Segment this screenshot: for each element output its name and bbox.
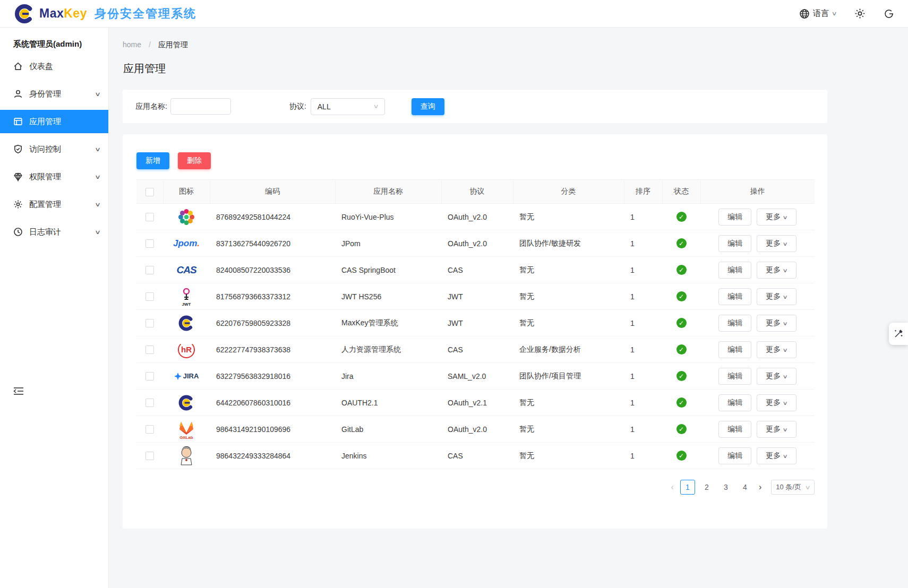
pagination: ‹1234›10 条/页∨ <box>136 480 815 495</box>
settings-gear-icon[interactable] <box>854 8 866 19</box>
sidebar-item-label: 访问控制 <box>29 144 89 154</box>
row-checkbox[interactable] <box>145 319 154 327</box>
collapse-sidebar-icon[interactable] <box>13 386 24 397</box>
app-name-cell: 人力资源管理系统 <box>335 336 441 363</box>
page-number-3[interactable]: 3 <box>718 480 733 495</box>
language-label: 语言 <box>813 8 829 19</box>
column-header: 协议 <box>441 180 513 204</box>
app-name-cell: Jira <box>335 363 441 390</box>
more-button[interactable]: 更多∨ <box>757 235 796 252</box>
status-enabled-icon: ✓ <box>676 291 687 301</box>
cas-app-icon: CAS <box>175 260 198 281</box>
status-enabled-icon: ✓ <box>676 212 687 222</box>
sidebar-item-gear[interactable]: 配置管理∨ <box>0 193 108 216</box>
chevron-down-icon: ∨ <box>95 201 101 208</box>
edit-button[interactable]: 编辑 <box>718 288 751 305</box>
row-checkbox[interactable] <box>145 345 154 354</box>
table-row: Jpom.837136275440926720JPomOAuth_v2.0团队协… <box>136 230 815 257</box>
protocol-select[interactable]: ALL ∨ <box>311 98 385 115</box>
breadcrumb-current: 应用管理 <box>158 40 188 49</box>
sidebar-item-label: 身份管理 <box>29 89 89 99</box>
row-checkbox[interactable] <box>145 239 154 248</box>
page-size-select[interactable]: 10 条/页∨ <box>771 480 815 495</box>
chevron-down-icon: ∨ <box>783 453 788 459</box>
app-name-cell: CAS SpringBoot <box>335 257 441 283</box>
breadcrumb-home-link[interactable]: home <box>123 40 141 49</box>
delete-button[interactable]: 删除 <box>178 152 211 169</box>
sidebar-item-user[interactable]: 身份管理∨ <box>0 82 108 106</box>
more-button[interactable]: 更多∨ <box>757 447 796 464</box>
apps-table: 图标编码应用名称协议分类排序状态操作 876892492581044224Ruo… <box>136 179 815 469</box>
next-page-button[interactable]: › <box>757 482 764 492</box>
app-protocol-cell: OAuth_v2.1 <box>441 390 513 416</box>
chevron-down-icon: ∨ <box>783 214 788 220</box>
table-row: 644220607860310016OAUTH2.1OAuth_v2.1暂无1✓… <box>136 390 815 416</box>
row-checkbox[interactable] <box>145 452 154 460</box>
more-button[interactable]: 更多∨ <box>757 368 796 385</box>
more-button[interactable]: 更多∨ <box>757 394 796 411</box>
row-checkbox[interactable] <box>145 399 154 407</box>
sidebar: 系统管理员(admin) 仪表盘身份管理∨应用管理访问控制∨权限管理∨配置管理∨… <box>0 28 109 588</box>
jenkins-app-icon <box>175 445 198 466</box>
row-checkbox[interactable] <box>145 372 154 381</box>
floating-toolkit-button[interactable] <box>889 323 908 345</box>
language-menu[interactable]: 语言 ∨ <box>799 8 836 19</box>
page-number-4[interactable]: 4 <box>738 480 752 495</box>
chevron-down-icon: ∨ <box>783 347 788 353</box>
edit-button[interactable]: 编辑 <box>718 315 751 332</box>
edit-button[interactable]: 编辑 <box>718 447 751 464</box>
app-sort-cell: 1 <box>624 257 662 283</box>
app-protocol-cell: CAS <box>441 443 513 469</box>
more-button[interactable]: 更多∨ <box>757 421 796 438</box>
sidebar-item-gem[interactable]: 权限管理∨ <box>0 165 108 188</box>
app-protocol-cell: OAuth_v2.0 <box>441 416 513 443</box>
brand-title: MaxKey <box>39 6 87 21</box>
column-header: 应用名称 <box>335 180 441 204</box>
app-code-cell: 644220607860310016 <box>210 390 335 416</box>
table-row: CAS824008507220033536CAS SpringBootCAS暂无… <box>136 257 815 283</box>
edit-button[interactable]: 编辑 <box>718 341 751 358</box>
logout-icon[interactable] <box>884 8 894 19</box>
more-button[interactable]: 更多∨ <box>757 315 796 332</box>
current-user-label: 系统管理员(admin) <box>0 32 108 55</box>
edit-button[interactable]: 编辑 <box>718 235 751 252</box>
sidebar-item-shield[interactable]: 访问控制∨ <box>0 137 108 161</box>
row-checkbox[interactable] <box>145 425 154 434</box>
edit-button[interactable]: 编辑 <box>718 209 751 226</box>
edit-button[interactable]: 编辑 <box>718 368 751 385</box>
row-checkbox[interactable] <box>145 213 154 221</box>
search-button[interactable]: 查询 <box>412 98 444 115</box>
more-button[interactable]: 更多∨ <box>757 209 796 226</box>
more-button[interactable]: 更多∨ <box>757 262 796 279</box>
chevron-down-icon: ∨ <box>95 174 101 180</box>
row-checkbox[interactable] <box>145 292 154 301</box>
maxkey-logo-icon <box>14 3 35 24</box>
app-protocol-cell: CAS <box>441 336 513 363</box>
user-icon <box>13 89 23 99</box>
page-number-1[interactable]: 1 <box>680 480 695 495</box>
table-header-row: 图标编码应用名称协议分类排序状态操作 <box>136 180 815 204</box>
app-protocol-cell: JWT <box>441 283 513 310</box>
prev-page-button[interactable]: ‹ <box>669 482 676 492</box>
hr-app-icon: hR <box>175 339 198 360</box>
more-button[interactable]: 更多∨ <box>757 341 796 358</box>
page-number-2[interactable]: 2 <box>699 480 714 495</box>
status-enabled-icon: ✓ <box>676 371 687 381</box>
app-name-input[interactable] <box>170 98 231 115</box>
main-content: home / 应用管理 应用管理 应用名称: 协议: ALL ∨ 查询 新增 删… <box>109 28 908 588</box>
select-all-checkbox[interactable] <box>145 188 154 196</box>
app-code-cell: 837136275440926720 <box>210 230 335 257</box>
edit-button[interactable]: 编辑 <box>718 262 751 279</box>
more-button[interactable]: 更多∨ <box>757 288 796 305</box>
sidebar-item-apps[interactable]: 应用管理 <box>0 110 108 133</box>
edit-button[interactable]: 编辑 <box>718 394 751 411</box>
sidebar-item-home[interactable]: 仪表盘 <box>0 55 108 78</box>
add-button[interactable]: 新增 <box>136 152 169 169</box>
maxkey-app-icon <box>175 313 198 334</box>
app-category-cell: 团队协作/项目管理 <box>513 363 624 390</box>
app-protocol-cell: SAML_v2.0 <box>441 363 513 390</box>
row-checkbox[interactable] <box>145 266 154 274</box>
sidebar-item-clock[interactable]: 日志审计∨ <box>0 220 108 244</box>
chevron-down-icon: ∨ <box>783 400 788 406</box>
edit-button[interactable]: 编辑 <box>718 421 751 438</box>
